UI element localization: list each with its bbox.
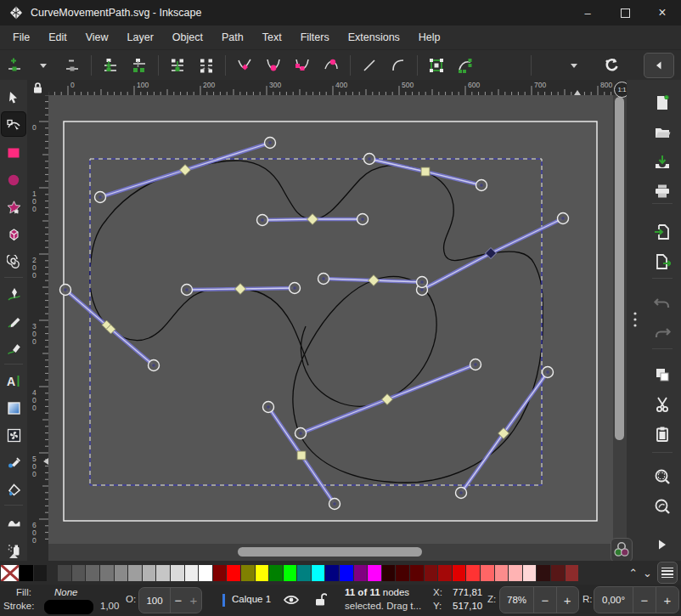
- opacity-value[interactable]: 100: [139, 596, 170, 606]
- opacity-decrease-icon[interactable]: −: [171, 593, 186, 608]
- node-handle[interactable]: [364, 154, 375, 165]
- swatch-2b0000[interactable]: [382, 565, 396, 581]
- color-managed-view-button[interactable]: [611, 538, 633, 562]
- layer-lock-icon[interactable]: [314, 592, 327, 607]
- swatch-ffb3b3[interactable]: [509, 565, 522, 581]
- tool-pencil[interactable]: [2, 309, 25, 333]
- stroke-swatch[interactable]: [44, 600, 93, 614]
- tool-node-editor[interactable]: [2, 112, 25, 136]
- object-to-path-button[interactable]: [424, 54, 449, 77]
- swatch-656565[interactable]: [86, 565, 99, 581]
- print-button[interactable]: [653, 182, 672, 201]
- node-handle[interactable]: [290, 283, 301, 294]
- menu-text[interactable]: Text: [253, 28, 291, 47]
- auto-smooth-node-button[interactable]: [318, 54, 344, 77]
- swatch-00ff00[interactable]: [284, 565, 297, 581]
- stroke-to-path-button[interactable]: [453, 54, 478, 77]
- zoom-selection-button[interactable]: [653, 467, 672, 486]
- smooth-node-button[interactable]: [261, 54, 286, 77]
- corner-node-button[interactable]: [232, 54, 257, 77]
- swatch-5c0000[interactable]: [410, 565, 424, 581]
- tool-mesh-gradient[interactable]: [2, 423, 25, 447]
- tool-box-3d[interactable]: [2, 223, 25, 246]
- node-handle[interactable]: [417, 277, 428, 288]
- menu-view[interactable]: View: [76, 28, 118, 47]
- fill-value[interactable]: None: [54, 587, 78, 597]
- commands-overflow-button[interactable]: [653, 535, 672, 554]
- close-button[interactable]: ×: [644, 0, 681, 25]
- ruler-lock-button[interactable]: [27, 80, 48, 95]
- save-document-button[interactable]: [653, 153, 672, 172]
- tool-selector[interactable]: [2, 86, 25, 110]
- tool-text[interactable]: A: [2, 369, 25, 393]
- break-node-button[interactable]: [165, 54, 190, 77]
- menu-layer[interactable]: Layer: [118, 28, 163, 47]
- menu-file[interactable]: File: [3, 28, 39, 47]
- tool-rectangle[interactable]: [2, 141, 25, 165]
- swatch-008000[interactable]: [269, 565, 283, 581]
- tool-spiral[interactable]: [2, 250, 25, 274]
- maximize-button[interactable]: [606, 0, 644, 25]
- stroke-width-value[interactable]: 1,00: [100, 601, 119, 611]
- swatch-ff00ff[interactable]: [368, 565, 381, 581]
- swatch-8c2b2b[interactable]: [566, 565, 579, 581]
- zoom-value[interactable]: 78%: [500, 595, 533, 605]
- palette-scroll-down-icon[interactable]: ⌄: [643, 568, 652, 579]
- minimize-button[interactable]: –: [569, 0, 606, 25]
- node-handle[interactable]: [149, 360, 160, 371]
- zoom-decrease-icon[interactable]: −: [534, 593, 556, 608]
- insert-node-button[interactable]: [2, 54, 27, 77]
- vertical-scrollbar[interactable]: [613, 95, 627, 544]
- menu-extensions[interactable]: Extensions: [339, 28, 409, 47]
- swatch-800000[interactable]: [213, 565, 227, 581]
- tool-calligraphy[interactable]: [2, 336, 25, 360]
- node-handle[interactable]: [558, 213, 569, 224]
- swatch-571717[interactable]: [551, 565, 565, 581]
- swatch-b2b2b2[interactable]: [143, 565, 156, 581]
- tool-gradient[interactable]: [2, 396, 25, 420]
- swatch-0000ff[interactable]: [340, 565, 353, 581]
- swatch-800080[interactable]: [354, 565, 368, 581]
- swatch-555555[interactable]: [72, 565, 86, 581]
- swatch-470000[interactable]: [396, 565, 409, 581]
- paste-button[interactable]: [653, 425, 672, 444]
- rotation-decrease-icon[interactable]: −: [633, 593, 656, 608]
- swatch-e00000[interactable]: [453, 565, 466, 581]
- swatch-8a8a8a[interactable]: [115, 565, 128, 581]
- node-handle[interactable]: [543, 367, 554, 378]
- layer-name[interactable]: Calque 1: [232, 594, 271, 604]
- export-button[interactable]: [653, 252, 672, 271]
- new-document-button[interactable]: [653, 93, 672, 112]
- symmetric-node-button[interactable]: [290, 54, 315, 77]
- node-handle[interactable]: [357, 214, 369, 225]
- join-nodes-button[interactable]: [98, 54, 123, 77]
- open-document-button[interactable]: [653, 123, 672, 142]
- swatch-ffd6d6[interactable]: [523, 565, 537, 581]
- swatch-2e0f0f[interactable]: [537, 565, 550, 581]
- swatch-ededed[interactable]: [185, 565, 199, 581]
- opacity-increase-icon[interactable]: +: [186, 593, 201, 608]
- node-handle[interactable]: [60, 285, 71, 296]
- swatch-1a1a1a[interactable]: [34, 565, 48, 581]
- horizontal-scrollbar[interactable]: [48, 544, 613, 561]
- swatch-dadada[interactable]: [171, 565, 184, 581]
- swatch-fb8c8c[interactable]: [495, 565, 509, 581]
- path-node-square[interactable]: [421, 167, 430, 176]
- horizontal-ruler[interactable]: 0100200300400500600700800: [48, 80, 613, 95]
- swatch-00ffff[interactable]: [312, 565, 325, 581]
- swatch-000000[interactable]: [20, 565, 33, 581]
- zoom-spinner[interactable]: 78% − +: [499, 586, 579, 613]
- node-handle[interactable]: [470, 359, 481, 370]
- menu-filters[interactable]: Filters: [291, 28, 339, 47]
- tool-tweak[interactable]: [2, 510, 25, 534]
- menu-edit[interactable]: Edit: [39, 28, 76, 47]
- swatch-757575[interactable]: [100, 565, 114, 581]
- tool-star[interactable]: [2, 195, 25, 219]
- node-handle[interactable]: [329, 499, 340, 510]
- horizontal-scrollbar-thumb[interactable]: [238, 547, 422, 557]
- line-segment-button[interactable]: [357, 54, 382, 77]
- swatch-ff3333[interactable]: [466, 565, 480, 581]
- swatch-ff0000[interactable]: [227, 565, 240, 581]
- swatch-none[interactable]: [1, 565, 19, 581]
- node-handle[interactable]: [263, 402, 274, 413]
